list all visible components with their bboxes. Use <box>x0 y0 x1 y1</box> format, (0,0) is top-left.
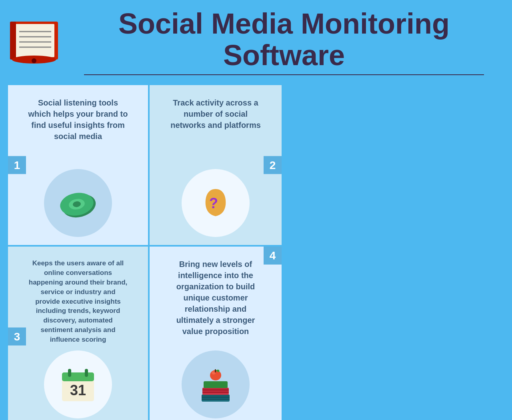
cell-text-1: Social listening tools which helps your … <box>16 97 140 142</box>
svg-rect-16 <box>62 372 94 381</box>
svg-rect-28 <box>204 381 228 388</box>
question-head-icon-circle: ? <box>182 169 250 237</box>
cell-number-2: 2 <box>264 156 282 174</box>
svg-rect-21 <box>202 396 230 396</box>
cell-number-1: 1 <box>8 156 26 174</box>
svg-point-8 <box>32 58 36 63</box>
cell-icon-area-4 <box>182 350 250 418</box>
title-divider <box>84 74 484 75</box>
header: Social Media Monitoring Software <box>0 0 512 79</box>
content-grid: 1 Social listening tools which helps you… <box>8 85 504 420</box>
svg-rect-1 <box>14 24 54 57</box>
page-wrapper: Social Media Monitoring Software 1 Socia… <box>0 0 512 420</box>
cell-number-4: 4 <box>264 247 282 265</box>
svg-text:31: 31 <box>70 382 86 398</box>
svg-rect-18 <box>85 369 88 377</box>
title-line1: Social Media Monitoring <box>118 8 450 40</box>
cell-text-4: Bring new levels of intelligence into th… <box>158 259 274 337</box>
cell-icon-area-1 <box>44 169 112 237</box>
svg-rect-26 <box>202 390 229 391</box>
calendar-icon-circle: 31 <box>44 350 112 418</box>
cell-text-2: Track activity across a number of social… <box>158 97 274 131</box>
svg-rect-22 <box>202 397 230 398</box>
svg-rect-2 <box>10 22 16 60</box>
cell-icon-area-3: 31 <box>44 350 112 418</box>
cell-number-3: 3 <box>8 328 26 346</box>
svg-rect-17 <box>68 369 71 377</box>
books-icon-circle <box>182 350 250 418</box>
svg-text:?: ? <box>209 195 218 211</box>
cell-1: 1 Social listening tools which helps you… <box>8 85 148 245</box>
svg-rect-25 <box>202 389 229 390</box>
money-icon-circle <box>44 169 112 237</box>
cell-2: 2 Track activity across a number of soci… <box>150 85 282 245</box>
cell-3: 3 Keeps the users aware of all online co… <box>8 247 148 420</box>
svg-rect-31 <box>215 369 216 372</box>
title-area: Social Media Monitoring Software <box>68 8 500 75</box>
main-title: Social Media Monitoring Software <box>68 8 500 71</box>
book-icon <box>8 18 60 66</box>
svg-rect-23 <box>202 399 230 400</box>
title-line2: Software <box>223 39 345 71</box>
svg-rect-27 <box>202 392 229 393</box>
cell-4: 4 Bring new levels of intelligence into … <box>150 247 282 420</box>
cell-icon-area-2: ? <box>182 169 250 237</box>
cell-text-3: Keeps the users aware of all online conv… <box>16 259 140 344</box>
